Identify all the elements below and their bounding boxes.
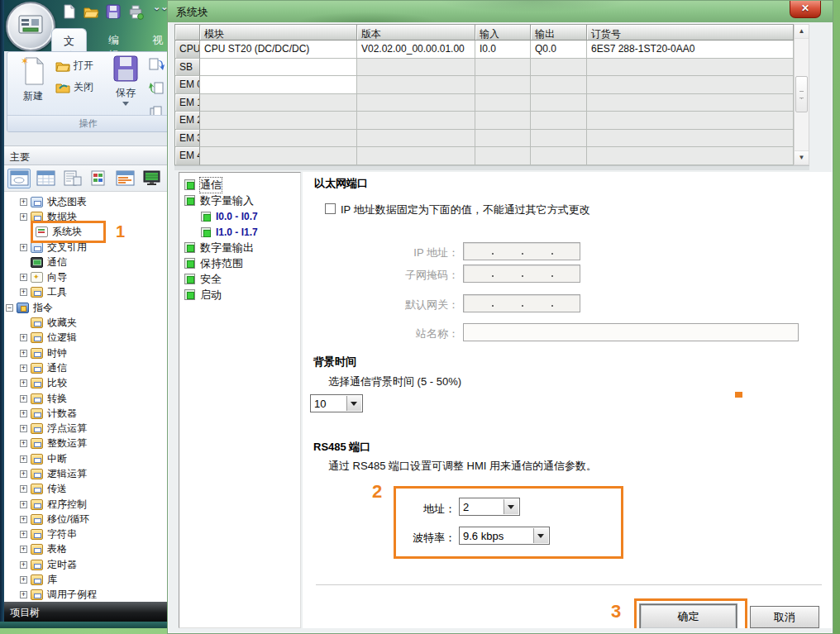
cell[interactable]	[587, 94, 794, 112]
scroll-down-icon[interactable]: ▼	[795, 150, 809, 164]
expand-icon[interactable]: +	[20, 379, 27, 387]
tree-item[interactable]: +移位/循环	[2, 512, 169, 527]
tree-item[interactable]: −指令	[2, 300, 169, 315]
tree-item[interactable]: +表格	[2, 542, 169, 557]
close-dialog-button[interactable]: ✕	[790, 1, 821, 18]
cell[interactable]	[357, 147, 475, 165]
scrollbar-thumb[interactable]	[795, 76, 808, 112]
new-document-icon[interactable]	[60, 3, 77, 20]
table-scrollbar[interactable]: ▲ ▼	[794, 24, 809, 165]
cell[interactable]	[357, 112, 475, 130]
data-block-icon[interactable]	[87, 169, 110, 188]
tree-item[interactable]: +向导	[2, 269, 169, 284]
cell[interactable]	[357, 76, 475, 94]
export-icon[interactable]	[148, 81, 165, 95]
cell[interactable]	[357, 130, 475, 148]
expand-icon[interactable]: +	[20, 274, 27, 281]
tree-item[interactable]: +程序控制	[2, 497, 169, 512]
tab-2[interactable]: 编辑	[97, 28, 131, 51]
cell[interactable]	[475, 112, 531, 130]
cell[interactable]	[587, 59, 794, 77]
tree-item[interactable]: +工具	[2, 285, 169, 300]
tree-item[interactable]: +计数器	[2, 406, 169, 421]
cell[interactable]	[587, 76, 794, 94]
cell[interactable]	[200, 130, 357, 148]
tree-item[interactable]: 收藏夹	[2, 315, 169, 330]
expand-icon[interactable]: +	[20, 410, 27, 417]
tree-item[interactable]: +字符串	[2, 527, 169, 542]
cell[interactable]: Q0.0	[531, 41, 587, 59]
cell[interactable]	[475, 130, 531, 148]
expand-icon[interactable]: +	[20, 288, 27, 296]
cell[interactable]	[587, 147, 794, 165]
background-time-select[interactable]: 10	[310, 394, 363, 412]
dropdown-arrow-icon[interactable]	[504, 499, 518, 514]
status-chart-icon[interactable]	[60, 169, 84, 188]
application-menu-button[interactable]	[6, 2, 55, 51]
cell[interactable]	[200, 76, 357, 94]
cell[interactable]	[531, 112, 587, 130]
cell[interactable]	[200, 147, 357, 165]
cross-reference-chart-icon[interactable]	[113, 169, 136, 188]
expand-icon[interactable]: +	[20, 455, 27, 463]
expand-icon[interactable]: +	[20, 395, 27, 403]
cell[interactable]	[587, 112, 794, 130]
cell[interactable]	[531, 130, 587, 148]
expand-icon[interactable]: +	[20, 531, 27, 538]
tree-item[interactable]: +通信	[2, 360, 169, 375]
import-icon[interactable]	[148, 57, 165, 71]
ok-button[interactable]: 确定	[640, 604, 737, 628]
expand-icon[interactable]: +	[20, 516, 27, 523]
collapse-icon[interactable]: −	[6, 304, 13, 312]
expand-icon[interactable]: +	[20, 334, 27, 341]
expand-icon[interactable]: +	[20, 365, 27, 372]
cell[interactable]	[475, 94, 531, 112]
expand-icon[interactable]: +	[20, 425, 27, 432]
nav-item[interactable]: I1.0 - I1.7	[179, 224, 300, 240]
cell[interactable]	[531, 147, 587, 165]
cancel-button[interactable]: 取消	[750, 606, 819, 628]
tree-item[interactable]: 系统块1	[2, 225, 169, 240]
print-icon[interactable]	[127, 3, 144, 20]
save-dropdown-caret-icon[interactable]	[122, 102, 129, 109]
cell[interactable]	[531, 59, 587, 77]
tree-item[interactable]: +时钟	[2, 346, 169, 360]
symbol-table-icon[interactable]	[34, 169, 57, 188]
cell[interactable]	[357, 94, 475, 112]
nav-item[interactable]: 通信	[179, 177, 300, 193]
cell[interactable]: I0.0	[475, 41, 531, 59]
cell[interactable]	[200, 59, 357, 77]
cell[interactable]	[475, 147, 531, 165]
rs485-baud-select[interactable]: 9.6 kbps	[459, 527, 550, 545]
tree-item[interactable]: +库	[2, 572, 169, 587]
communications-icon[interactable]	[140, 169, 163, 188]
cell[interactable]	[200, 94, 357, 112]
tree-item[interactable]: +状态图表	[2, 194, 169, 209]
nav-item[interactable]: 启动	[179, 287, 300, 303]
toolbar-more-chevron-icon[interactable]: ⌄⌄	[153, 4, 165, 17]
cell[interactable]	[531, 94, 587, 112]
expand-icon[interactable]: +	[20, 470, 27, 478]
cell[interactable]: CPU ST20 (DC/DC/DC)	[200, 41, 357, 59]
expand-icon[interactable]: +	[20, 485, 27, 493]
tree-item[interactable]: +位逻辑	[2, 331, 169, 346]
expand-icon[interactable]: +	[20, 591, 27, 598]
expand-icon[interactable]: +	[20, 546, 27, 553]
open-project-icon[interactable]	[83, 3, 99, 20]
expand-icon[interactable]: +	[20, 501, 27, 508]
cell[interactable]: V02.02.00_00.00.01.00	[357, 41, 475, 59]
ip-fixed-checkbox[interactable]	[325, 203, 336, 214]
expand-icon[interactable]: +	[20, 198, 27, 206]
cell[interactable]	[357, 59, 475, 77]
tree-item[interactable]: +整数运算	[2, 436, 169, 451]
expand-icon[interactable]: +	[20, 561, 27, 569]
tree-item[interactable]: +中断	[2, 451, 169, 466]
scroll-up-icon[interactable]: ▲	[795, 25, 809, 39]
save-button[interactable]: 保存	[105, 55, 146, 109]
tree-item[interactable]: +定时器	[2, 557, 169, 572]
cell[interactable]	[475, 59, 531, 77]
tree-item[interactable]: 通信	[2, 255, 169, 269]
tab-3[interactable]: 视	[141, 28, 169, 51]
expand-icon[interactable]: +	[20, 244, 27, 251]
dropdown-arrow-icon[interactable]	[346, 396, 361, 411]
